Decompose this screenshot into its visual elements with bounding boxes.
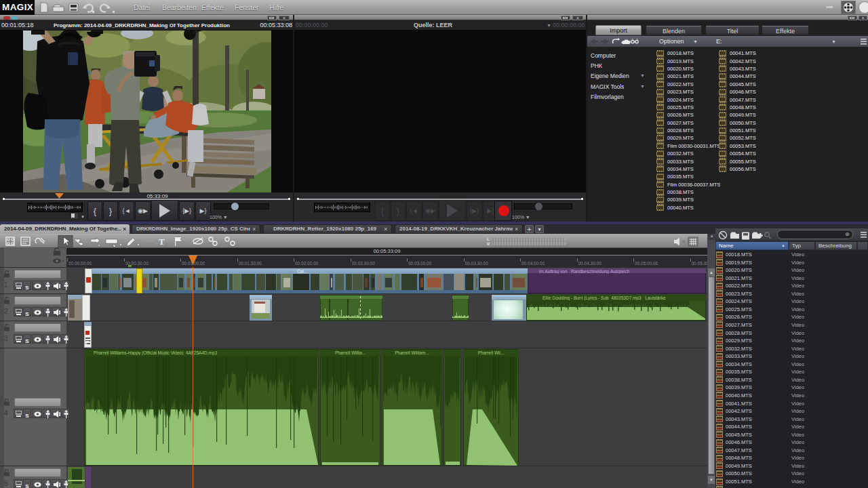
svg-text:T: T [159, 237, 165, 247]
svg-text:R: R [487, 242, 490, 246]
svg-text:L: L [487, 237, 490, 241]
